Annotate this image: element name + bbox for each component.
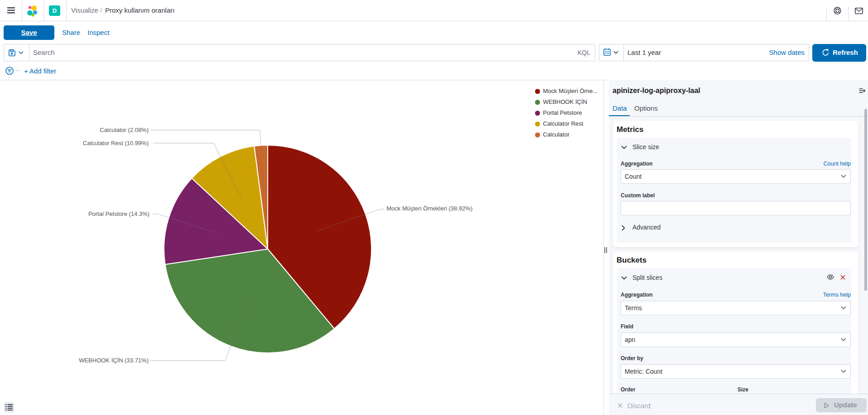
svg-text:Portal Petstore (14.3%): Portal Petstore (14.3%)	[88, 210, 149, 217]
svg-text:Calculator (2.08%): Calculator (2.08%)	[100, 127, 149, 133]
svg-text:WEBHOOK İÇİN (33.71%): WEBHOOK İÇİN (33.71%)	[79, 357, 149, 364]
svg-text:Mock Müşteri Örnekleri (38.92%: Mock Müşteri Örnekleri (38.92%)	[386, 205, 473, 212]
svg-text:Calculator Rest (10.99%): Calculator Rest (10.99%)	[83, 140, 149, 146]
